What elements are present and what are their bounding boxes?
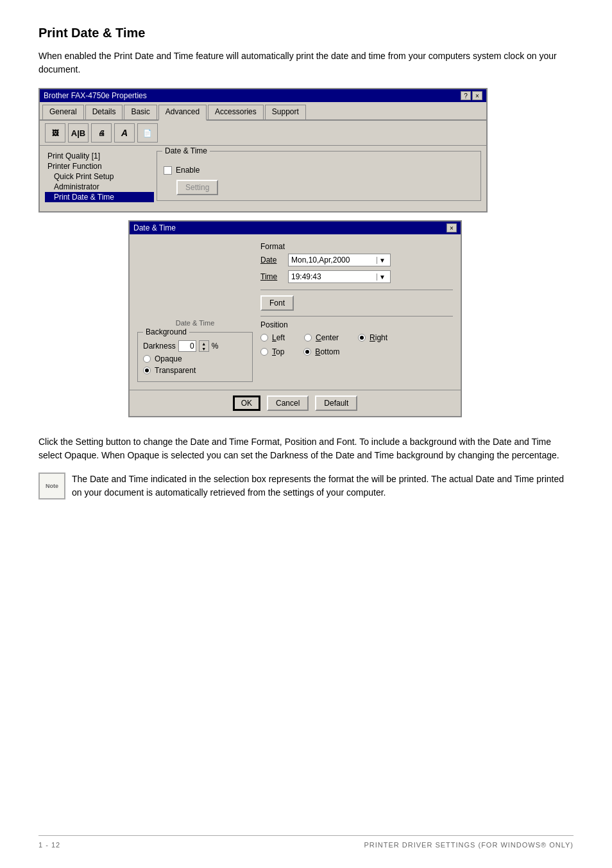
opaque-radio[interactable] — [143, 355, 151, 363]
note-text: The Date and Time indicated in the selec… — [72, 473, 565, 499]
title-bar-buttons: ? × — [461, 91, 482, 100]
tree-item-administrator[interactable]: Administrator — [45, 182, 154, 192]
tab-support[interactable]: Support — [265, 105, 306, 119]
toolbar-icon-3[interactable]: 🖨 — [91, 123, 112, 143]
format-label: Format — [260, 242, 453, 251]
position-label: Position — [260, 320, 453, 329]
dialog-content: Print Quality [1] Printer Function Quick… — [40, 146, 486, 211]
datetime-title-bar: Date & Time × — [130, 221, 461, 234]
left-radio[interactable] — [260, 334, 268, 342]
datetime-dialog: Date & Time × Date & Time Background Dar… — [128, 220, 462, 417]
enable-label: Enable — [176, 166, 200, 175]
date-select-arrow[interactable]: ▼ — [377, 257, 387, 264]
transparent-row: Transparent — [143, 366, 247, 375]
toolbar-icon-5[interactable]: 📄 — [137, 123, 158, 143]
center-label: Center — [316, 333, 339, 342]
printer-dialog-titlebar: Brother FAX-4750e Properties ? × — [40, 89, 486, 102]
tab-basic[interactable]: Basic — [124, 105, 157, 119]
time-format-row: Time 19:49:43 ▼ — [260, 270, 453, 283]
transparent-label: Transparent — [155, 366, 196, 375]
tree-item-print-quality[interactable]: Print Quality [1] — [45, 151, 154, 161]
format-section: Format Date Mon,10,Apr,2000 ▼ Time 19:49… — [260, 242, 453, 283]
datetime-buttons: OK Cancel Default — [130, 390, 461, 416]
position-section: Position Left Center Right — [260, 320, 453, 359]
footer-title: PRINTER DRIVER SETTINGS (FOR WINDOWS® ON… — [364, 841, 574, 849]
datetime-title-buttons: × — [446, 223, 457, 232]
position-top-row: Left Center Right — [260, 333, 453, 345]
datetime-dialog-title: Date & Time — [133, 223, 176, 232]
date-format-row: Date Mon,10,Apr,2000 ▼ — [260, 254, 453, 266]
close-button[interactable]: × — [472, 91, 482, 100]
darkness-input[interactable] — [178, 340, 196, 352]
enable-checkbox-row: Enable — [164, 166, 474, 175]
setting-button[interactable]: Setting — [176, 180, 218, 195]
intro-text: When enabled the Print Date and Time fea… — [38, 49, 565, 76]
date-time-group-title: Date & Time — [162, 146, 210, 155]
left-panel: Print Quality [1] Printer Function Quick… — [45, 151, 154, 206]
toolbar: 🖼 A|B 🖨 A 📄 — [40, 121, 486, 146]
darkness-label: Darkness — [143, 342, 176, 351]
top-radio[interactable] — [260, 348, 268, 356]
datetime-close-button[interactable]: × — [446, 223, 457, 232]
date-value: Mon,10,Apr,2000 — [291, 256, 350, 265]
cancel-button[interactable]: Cancel — [267, 395, 309, 411]
description-text: Click the Setting button to change the D… — [38, 435, 565, 462]
right-radio[interactable] — [358, 334, 366, 342]
font-button-row: Font — [260, 290, 453, 311]
left-label: Left — [272, 333, 285, 342]
top-radio-row: Top — [260, 347, 284, 356]
default-button[interactable]: Default — [315, 395, 357, 411]
opaque-label: Opaque — [155, 354, 182, 363]
right-panel: Date & Time Enable Setting — [157, 151, 481, 206]
toolbar-icon-4[interactable]: A — [114, 123, 135, 143]
footer-page-number: 1 - 12 — [38, 841, 60, 849]
tree-item-print-date-time[interactable]: Print Date & Time — [45, 192, 154, 202]
datetime-left: Date & Time Background Darkness ▲ ▼ % Op… — [137, 242, 253, 382]
page-title: Print Date & Time — [38, 26, 574, 40]
toolbar-icon-2[interactable]: A|B — [68, 123, 89, 143]
date-select[interactable]: Mon,10,Apr,2000 ▼ — [288, 254, 391, 266]
ok-button[interactable]: OK — [233, 395, 260, 411]
page-footer: 1 - 12 PRINTER DRIVER SETTINGS (FOR WIND… — [38, 835, 574, 849]
note-icon: Note — [38, 473, 65, 499]
printer-dialog-title: Brother FAX-4750e Properties — [44, 91, 147, 100]
tab-accessories[interactable]: Accessories — [208, 105, 264, 119]
tree-item-quick-print[interactable]: Quick Print Setup — [45, 171, 154, 182]
background-group: Background Darkness ▲ ▼ % Opaque — [137, 332, 253, 382]
bottom-radio[interactable] — [303, 348, 311, 356]
tab-advanced[interactable]: Advanced — [158, 105, 207, 121]
time-select-arrow[interactable]: ▼ — [377, 273, 387, 281]
note-section: Note The Date and Time indicated in the … — [38, 473, 565, 499]
datetime-preview-label: Date & Time — [137, 319, 253, 327]
darkness-unit: % — [212, 342, 219, 351]
time-select[interactable]: 19:49:43 ▼ — [288, 270, 391, 283]
tab-details[interactable]: Details — [85, 105, 123, 119]
tree-item-printer-function[interactable]: Printer Function — [45, 161, 154, 171]
datetime-content: Date & Time Background Darkness ▲ ▼ % Op… — [130, 234, 461, 390]
printer-properties-dialog: Brother FAX-4750e Properties ? × General… — [38, 88, 488, 213]
bottom-radio-row: Bottom — [303, 347, 339, 356]
right-label: Right — [370, 333, 387, 342]
spinner-up[interactable]: ▲ — [200, 341, 208, 346]
right-radio-row: Right — [358, 333, 387, 342]
darkness-spinner: ▲ ▼ — [199, 340, 209, 352]
datetime-right: Format Date Mon,10,Apr,2000 ▼ Time 19:49… — [260, 242, 453, 382]
time-value: 19:49:43 — [291, 272, 321, 281]
spinner-down[interactable]: ▼ — [200, 346, 208, 351]
background-group-title: Background — [143, 327, 189, 336]
enable-checkbox[interactable] — [164, 166, 172, 175]
opaque-row: Opaque — [143, 354, 247, 363]
font-button[interactable]: Font — [260, 295, 294, 311]
darkness-row: Darkness ▲ ▼ % — [143, 340, 247, 352]
time-label: Time — [260, 272, 283, 281]
center-radio[interactable] — [304, 334, 312, 342]
center-radio-row: Center — [304, 333, 339, 342]
top-label: Top — [272, 347, 284, 356]
toolbar-icon-1[interactable]: 🖼 — [45, 123, 65, 143]
tab-general[interactable]: General — [42, 105, 84, 119]
dialog-tabs: General Details Basic Advanced Accessori… — [40, 102, 486, 121]
date-label: Date — [260, 256, 283, 265]
transparent-radio[interactable] — [143, 367, 151, 374]
help-button[interactable]: ? — [461, 91, 471, 100]
position-bottom-row: Top Bottom — [260, 347, 453, 359]
